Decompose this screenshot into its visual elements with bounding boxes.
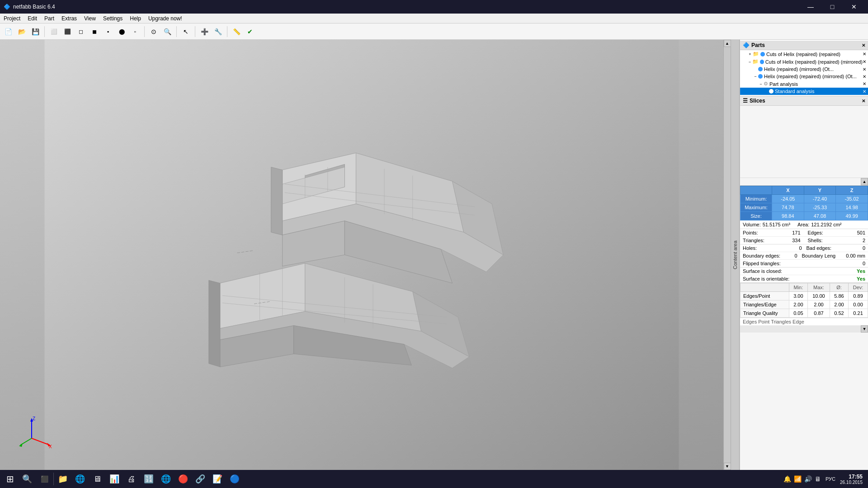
menu-edit[interactable]: Edit	[24, 14, 41, 23]
viewport-scrollbar[interactable]: ▲ ▼	[723, 40, 731, 470]
menu-part[interactable]: Part	[41, 14, 58, 23]
close-button[interactable]: ✕	[844, 0, 864, 14]
toolbar: 📄 📂 💾 ⬜ ⬛ ◻ ◼ ▪ ⬤ ▫ ⊙ 🔍 ↖ ➕ 🔧 📏 ✔	[0, 23, 868, 40]
triangles-label: Triangles:	[743, 238, 783, 243]
clock[interactable]: 17:55 26.10.2015	[840, 474, 863, 485]
toolbar-view4[interactable]: ◼	[88, 25, 101, 38]
dot-icon-2	[760, 60, 764, 64]
toolbar-view1[interactable]: ⬜	[47, 25, 60, 38]
surface-closed-value: Yes	[857, 268, 865, 274]
menu-extras[interactable]: Extras	[58, 14, 80, 23]
toolbar-repair[interactable]: 🔧	[212, 25, 224, 38]
volume-icon[interactable]: 🔊	[804, 475, 812, 483]
tree-item-2[interactable]: − 📁 Cuts of Helix (repaired) (repaired) …	[740, 58, 868, 66]
flipped-value: 0	[852, 261, 865, 266]
mesh-stats-section: Points: 171 Edges: 501 Triangles: 334 Sh…	[740, 229, 868, 244]
app2-button[interactable]: 📊	[106, 471, 123, 487]
toolbar-select[interactable]: ↖	[179, 25, 192, 38]
menu-upgrade[interactable]: Upgrade now!	[145, 14, 186, 23]
tree-close-2[interactable]: ✕	[863, 59, 866, 64]
volume-area-row: Volume: 51.5175 cm³ Area: 121.2192 cm²	[740, 221, 868, 229]
toolbar-new[interactable]: 📄	[2, 25, 14, 38]
search-button[interactable]: 🔍	[19, 471, 35, 487]
network-icon[interactable]: 📶	[794, 475, 802, 483]
scroll-up-button[interactable]: ▲	[724, 40, 731, 47]
minimize-button[interactable]: —	[800, 0, 821, 14]
app4-button[interactable]: 🔗	[192, 471, 208, 487]
tree-close-5[interactable]: ✕	[863, 81, 866, 86]
app5-button[interactable]: 🔵	[226, 471, 243, 487]
tree-close-4[interactable]: ✕	[863, 74, 866, 79]
bbox-min-z: -35.02	[836, 195, 868, 203]
app-title: 🔷 netfabb Basic 6.4	[4, 4, 55, 10]
tree-item-4[interactable]: − Helix (repaired) (repaired) (mirrored)…	[740, 73, 868, 80]
surface-orientable-value: Yes	[857, 276, 865, 282]
explorer-button[interactable]: 📁	[55, 471, 71, 487]
dist-row-1-label: Edges/Point	[741, 292, 789, 300]
menu-help[interactable]: Help	[126, 14, 145, 23]
window-controls: — □ ✕	[800, 0, 864, 14]
app1-button[interactable]: 🖥	[89, 471, 105, 487]
chrome-button[interactable]: 🌐	[158, 471, 174, 487]
toolbar-view6[interactable]: ▫	[129, 25, 142, 38]
3d-viewport[interactable]: _ _ _ _ _ _ _ _ Z X	[0, 40, 723, 470]
points-edges-row: Points: 171 Edges: 501	[740, 229, 868, 237]
shells-value: 2	[847, 238, 865, 243]
bbox-size-y: 47.08	[804, 212, 836, 221]
tree-close-3[interactable]: ✕	[863, 67, 866, 72]
dist-row-2-max: 2.00	[808, 300, 830, 309]
area-label: Area:	[797, 222, 809, 227]
word-button[interactable]: 📝	[209, 471, 226, 487]
content-area-label[interactable]: Content area	[731, 40, 740, 470]
menu-view[interactable]: View	[80, 14, 99, 23]
tree-close-1[interactable]: ✕	[863, 52, 866, 56]
tree-item-6[interactable]: Standard analysis ✕	[740, 88, 868, 95]
start-button[interactable]: ⊞	[2, 471, 18, 487]
toolbar-check[interactable]: ✔	[244, 25, 256, 38]
bad-edges-value: 0	[852, 245, 865, 251]
parts-close-icon[interactable]: ✕	[862, 43, 865, 48]
toolbar-save[interactable]: 💾	[29, 25, 42, 38]
edges-value: 501	[847, 230, 865, 235]
tree-item-1[interactable]: + 📁 Cuts of Helix (repaired) (repaired) …	[740, 50, 868, 58]
holes-row: Holes: 0 Bad edges: 0	[740, 244, 868, 252]
holes-label: Holes:	[743, 245, 788, 251]
bbox-max-z: 14.98	[836, 203, 868, 212]
notification-icon[interactable]: 🔔	[783, 475, 791, 483]
toolbar-open[interactable]: 📂	[15, 25, 28, 38]
menu-settings[interactable]: Settings	[99, 14, 126, 23]
axis-indicator: Z X	[18, 416, 54, 452]
scroll-up-arrow[interactable]: ▲	[861, 178, 868, 185]
calc-button[interactable]: 🔢	[141, 471, 157, 487]
scroll-down-arrow[interactable]: ▼	[861, 325, 868, 333]
app3-button[interactable]: 🔴	[175, 471, 191, 487]
toolbar-cylinder[interactable]: ⬤	[115, 25, 128, 38]
triangles-value: 334	[783, 238, 801, 243]
surface-stats-section: Surface is closed: Yes Surface is orient…	[740, 267, 868, 283]
maximize-button[interactable]: □	[822, 0, 843, 14]
edge-button[interactable]: 🌐	[72, 471, 88, 487]
bbox-header-z: Z	[836, 186, 868, 195]
tree-item-3[interactable]: Helix (repaired) (mirrored) (Ot... ✕	[740, 66, 868, 73]
bbox-size-label: Size:	[741, 212, 772, 221]
toolbar-view5[interactable]: ▪	[102, 25, 114, 38]
language-label[interactable]: РУС	[824, 476, 837, 482]
toolbar-view3[interactable]: ◻	[75, 25, 87, 38]
tree-close-6[interactable]: ✕	[863, 89, 866, 94]
toolbar-orbit[interactable]: ⊙	[147, 25, 160, 38]
panel-scroll-up[interactable]: ▲	[740, 178, 868, 186]
bbox-max-x: 74.78	[772, 203, 804, 212]
hp-button[interactable]: 🖨	[123, 471, 140, 487]
display-icon[interactable]: 🖥	[815, 475, 821, 483]
slices-close-icon[interactable]: ✕	[862, 99, 865, 103]
menu-project[interactable]: Project	[0, 14, 24, 23]
toolbar-zoom[interactable]: 🔍	[161, 25, 174, 38]
toolbar-view2[interactable]: ⬛	[61, 25, 74, 38]
dist-row-1-max: 10.00	[808, 292, 830, 300]
tree-item-5[interactable]: − ⚙ Part analysis ✕	[740, 80, 868, 88]
taskview-button[interactable]: ⬛	[36, 471, 52, 487]
toolbar-measure[interactable]: 📏	[230, 25, 243, 38]
toolbar-add-part[interactable]: ➕	[198, 25, 211, 38]
boundary-length-label: Boundary Leng	[802, 253, 843, 258]
scroll-down-button[interactable]: ▼	[724, 463, 731, 470]
